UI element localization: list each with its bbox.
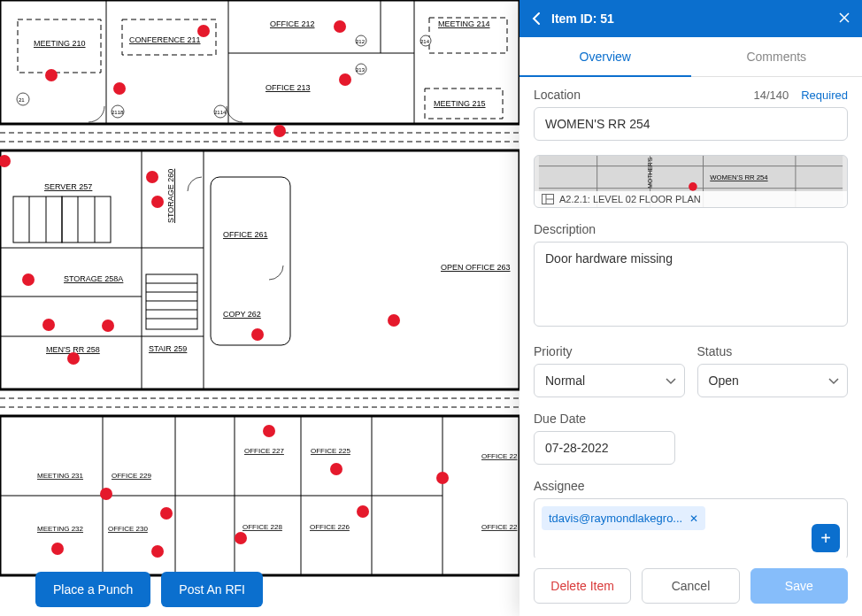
punch-marker[interactable] (100, 488, 112, 500)
punch-marker[interactable] (67, 352, 80, 365)
room-label: MEETING 232 (37, 525, 84, 533)
room-label: CONFERENCE 211 (129, 35, 201, 44)
description-input[interactable]: Door hardware missing (534, 242, 848, 327)
punch-marker[interactable] (251, 328, 264, 341)
room-label: MEETING 215 (434, 99, 486, 108)
punch-marker[interactable] (151, 545, 164, 558)
svg-rect-17 (211, 177, 290, 345)
svg-text:2118: 2118 (112, 110, 124, 115)
floorplan-icon (542, 194, 554, 204)
status-label: Status (697, 344, 733, 358)
room-label: OFFICE 22 (481, 452, 518, 460)
svg-text:21: 21 (19, 97, 25, 103)
punch-marker[interactable] (235, 532, 247, 544)
assignee-label: Assignee (534, 479, 585, 493)
save-button[interactable]: Save (750, 568, 848, 604)
back-button[interactable] (532, 12, 541, 26)
svg-point-62 (689, 182, 697, 191)
punch-marker[interactable] (263, 425, 275, 437)
room-label: OFFICE 227 (244, 447, 284, 455)
room-label: OPEN OFFICE 263 (441, 263, 511, 272)
location-label: Location (534, 88, 581, 102)
room-label: OFFICE 226 (310, 523, 350, 531)
room-label: STORAGE 258A (64, 274, 123, 283)
svg-rect-28 (146, 274, 197, 329)
svg-text:MOTHER'S R: MOTHER'S R (647, 156, 653, 189)
punch-marker[interactable] (197, 25, 210, 37)
punch-marker[interactable] (151, 196, 164, 208)
assignee-chip-label: tdavis@raymondlakegro... (549, 512, 682, 525)
punch-marker[interactable] (436, 472, 449, 484)
status-select[interactable]: Open (697, 364, 849, 397)
panel-header: Item ID: 51 (520, 0, 862, 37)
room-label: STORAGE 260 (166, 169, 175, 223)
location-input[interactable] (534, 107, 848, 141)
add-assignee-button[interactable]: + (812, 524, 840, 552)
room-label: OFFICE 230 (108, 525, 148, 533)
room-label: OFFICE 212 (270, 19, 315, 28)
svg-rect-22 (13, 196, 62, 243)
required-tag: Required (801, 89, 848, 102)
location-char-count: 14/140 (753, 89, 789, 102)
punch-marker[interactable] (113, 82, 126, 95)
svg-text:213: 213 (356, 67, 366, 73)
room-label: MEETING 210 (34, 39, 86, 48)
punch-marker[interactable] (330, 463, 342, 475)
punch-marker[interactable] (160, 507, 173, 520)
tab-bar: Overview Comments (520, 37, 862, 77)
priority-label: Priority (534, 344, 573, 358)
punch-marker[interactable] (339, 73, 351, 86)
panel-footer: Delete Item Cancel Save (520, 558, 862, 616)
panel-title: Item ID: 51 (551, 12, 614, 26)
punch-marker[interactable] (45, 69, 58, 81)
place-punch-button[interactable]: Place a Punch (35, 572, 150, 607)
description-label: Description (534, 222, 596, 236)
room-label: OFFICE 228 (242, 523, 282, 531)
chevron-left-icon (532, 12, 541, 26)
punch-marker[interactable] (273, 125, 286, 137)
room-label: OFFICE 229 (112, 472, 151, 480)
location-snippet[interactable]: WOMEN'S RR 254 MOTHER'S R A2.2.1: LEVEL … (534, 155, 848, 208)
room-label: OFFICE 225 (311, 447, 350, 455)
floorplan-canvas[interactable]: 21 2118 2114 212 213 214 MEETING 210 CON… (0, 0, 520, 616)
tab-comments[interactable]: Comments (691, 37, 863, 76)
punch-marker[interactable] (388, 314, 400, 327)
punch-marker[interactable] (146, 171, 158, 183)
punch-marker[interactable] (334, 20, 346, 33)
svg-text:214: 214 (420, 39, 430, 44)
cancel-button[interactable]: Cancel (642, 568, 739, 604)
delete-button[interactable]: Delete Item (534, 568, 631, 604)
panel-body: Location 14/140 Required WOMEN'S R (520, 77, 862, 558)
svg-text:2114: 2114 (214, 110, 227, 115)
assignee-input[interactable]: tdavis@raymondlakegro... ✕ + (534, 498, 848, 558)
punch-marker[interactable] (51, 543, 64, 555)
close-icon (839, 12, 850, 23)
punch-marker[interactable] (102, 320, 114, 332)
room-label: COPY 262 (223, 310, 261, 319)
room-label: MEETING 214 (438, 19, 490, 28)
item-detail-panel: Item ID: 51 Overview Comments Location 1… (520, 0, 862, 616)
punch-marker[interactable] (0, 155, 11, 167)
assignee-chip[interactable]: tdavis@raymondlakegro... ✕ (542, 506, 705, 530)
svg-text:212: 212 (356, 39, 366, 44)
room-label: OFFICE 213 (266, 83, 311, 92)
room-label: OFFICE 261 (223, 230, 268, 239)
priority-select[interactable]: Normal (534, 364, 685, 397)
svg-text:WOMEN'S RR   254: WOMEN'S RR 254 (710, 173, 768, 181)
snippet-caption: A2.2.1: LEVEL 02 FLOOR PLAN (535, 191, 847, 207)
remove-chip-button[interactable]: ✕ (689, 512, 698, 525)
due-date-input[interactable] (534, 431, 675, 465)
room-label: SERVER 257 (44, 182, 92, 191)
post-rfi-button[interactable]: Post An RFI (161, 572, 263, 607)
due-date-label: Due Date (534, 412, 586, 426)
punch-marker[interactable] (357, 505, 369, 518)
room-label: STAIR 259 (149, 344, 187, 353)
tab-overview[interactable]: Overview (520, 37, 691, 76)
svg-rect-23 (62, 196, 111, 243)
punch-marker[interactable] (42, 319, 55, 331)
room-label: MEETING 231 (37, 472, 84, 480)
room-label: OFFICE 22 (481, 523, 518, 531)
close-button[interactable] (839, 12, 850, 26)
punch-marker[interactable] (22, 273, 35, 286)
